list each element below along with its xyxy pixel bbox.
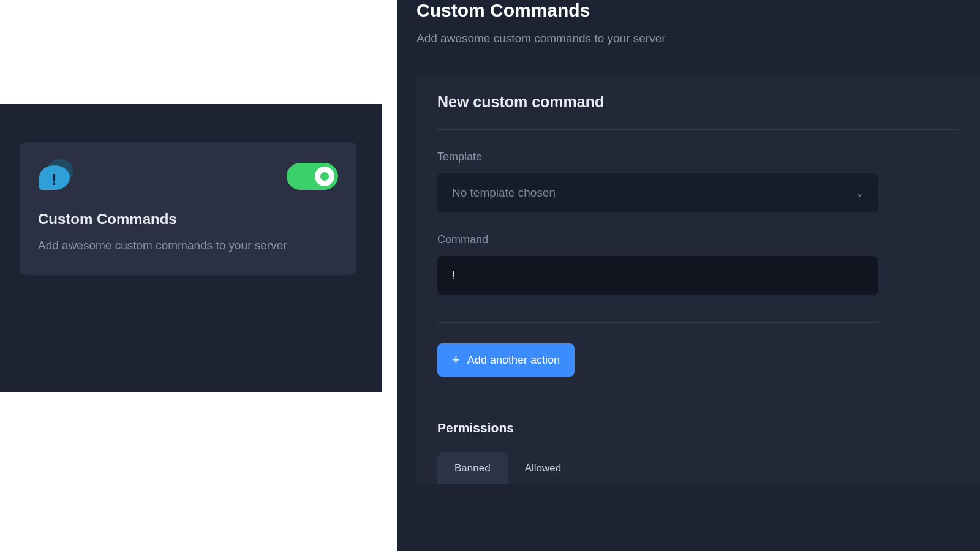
page-subtitle: Add awesome custom commands to your serv… <box>417 32 980 45</box>
tab-banned[interactable]: Banned <box>437 452 508 484</box>
permissions-title: Permissions <box>437 421 959 435</box>
add-action-button[interactable]: + Add another action <box>437 343 575 377</box>
chevron-down-icon: ⌄ <box>856 187 864 199</box>
command-label: Command <box>437 233 959 246</box>
form-card: New custom command Template No template … <box>417 75 980 484</box>
right-panel: Custom Commands Add awesome custom comma… <box>397 0 980 551</box>
custom-commands-card[interactable]: ! Custom Commands Add awesome custom com… <box>20 142 356 275</box>
template-selected-text: No template chosen <box>452 186 556 200</box>
tab-allowed[interactable]: Allowed <box>508 452 579 484</box>
left-panel: ! Custom Commands Add awesome custom com… <box>0 104 382 392</box>
add-action-label: Add another action <box>467 354 560 367</box>
template-label: Template <box>437 151 959 163</box>
command-input[interactable] <box>437 256 878 295</box>
enable-toggle[interactable] <box>287 163 338 190</box>
chat-exclaim-icon: ! <box>38 159 76 193</box>
template-select[interactable]: No template chosen ⌄ <box>437 173 878 212</box>
card-description: Add awesome custom commands to your serv… <box>38 236 338 254</box>
page-title: Custom Commands <box>417 0 980 21</box>
divider <box>437 322 878 323</box>
section-title: New custom command <box>437 93 959 130</box>
card-title: Custom Commands <box>38 211 338 228</box>
permissions-tabs: Banned Allowed <box>437 452 959 484</box>
plus-icon: + <box>452 353 460 367</box>
